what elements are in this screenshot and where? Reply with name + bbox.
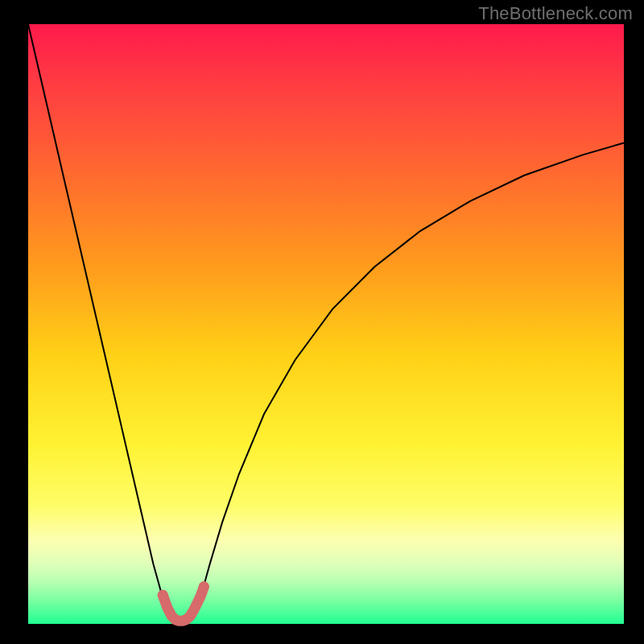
bottleneck-chart bbox=[0, 0, 644, 644]
gradient-background bbox=[28, 24, 624, 624]
chart-frame: TheBottleneck.com bbox=[0, 0, 644, 644]
series-valley-highlight-endpoint bbox=[199, 581, 209, 592]
series-valley-highlight-endpoint bbox=[158, 590, 168, 601]
